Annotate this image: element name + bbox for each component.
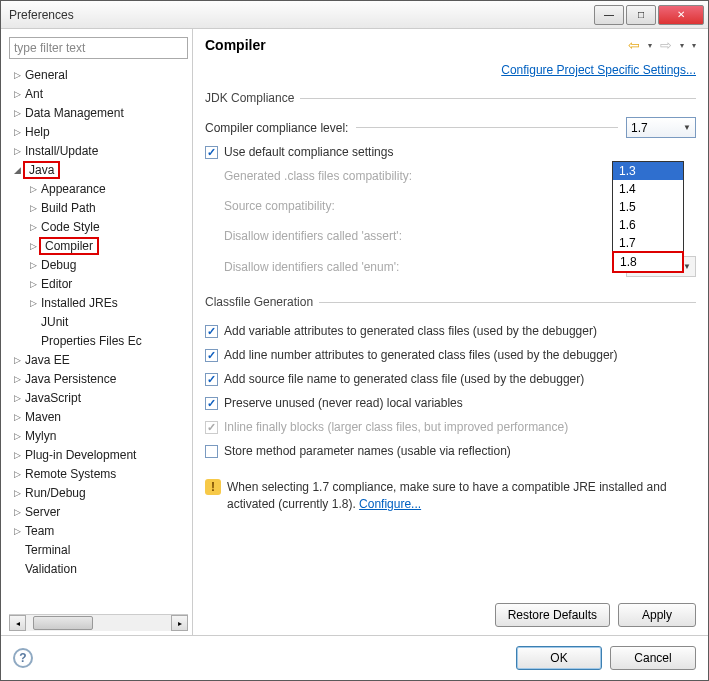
expand-arrow-icon[interactable]: ▷ xyxy=(11,507,23,517)
back-menu-icon[interactable]: ▾ xyxy=(648,41,652,50)
classfile-legend: Classfile Generation xyxy=(205,295,319,309)
window-buttons: — □ ✕ xyxy=(592,5,704,25)
tree-item-remote-systems[interactable]: ▷Remote Systems xyxy=(9,464,188,483)
var-attr-checkbox[interactable] xyxy=(205,325,218,338)
expand-arrow-icon[interactable]: ▷ xyxy=(11,450,23,460)
tree-item-javascript[interactable]: ▷JavaScript xyxy=(9,388,188,407)
tree-item-java[interactable]: ◢Java xyxy=(9,160,188,179)
inline-finally-checkbox xyxy=(205,421,218,434)
dropdown-option-1-6[interactable]: 1.6 xyxy=(613,216,683,234)
tree-item-label: Java Persistence xyxy=(23,372,116,386)
scroll-left-icon[interactable]: ◂ xyxy=(9,615,26,631)
horizontal-scrollbar[interactable]: ◂ ▸ xyxy=(9,614,188,631)
tree-item-label: Properties Files Ec xyxy=(39,334,142,348)
ok-button[interactable]: OK xyxy=(516,646,602,670)
tree-item-appearance[interactable]: ▷Appearance xyxy=(9,179,188,198)
tree-item-java-ee[interactable]: ▷Java EE xyxy=(9,350,188,369)
expand-arrow-icon[interactable]: ▷ xyxy=(11,108,23,118)
expand-arrow-icon[interactable]: ▷ xyxy=(27,184,39,194)
expand-arrow-icon[interactable]: ▷ xyxy=(11,374,23,384)
tree-item-maven[interactable]: ▷Maven xyxy=(9,407,188,426)
use-default-row: Use default compliance settings xyxy=(205,142,696,162)
scroll-thumb[interactable] xyxy=(33,616,93,630)
tree-item-debug[interactable]: ▷Debug xyxy=(9,255,188,274)
store-params-checkbox[interactable] xyxy=(205,445,218,458)
expand-arrow-icon[interactable]: ▷ xyxy=(11,70,23,80)
tree-item-mylyn[interactable]: ▷Mylyn xyxy=(9,426,188,445)
tree-item-ant[interactable]: ▷Ant xyxy=(9,84,188,103)
expand-arrow-icon[interactable]: ▷ xyxy=(11,393,23,403)
expand-arrow-icon[interactable]: ▷ xyxy=(11,526,23,536)
expand-arrow-icon[interactable]: ▷ xyxy=(27,203,39,213)
expand-arrow-icon[interactable]: ▷ xyxy=(11,469,23,479)
tree-item-team[interactable]: ▷Team xyxy=(9,521,188,540)
warning-icon xyxy=(205,479,221,495)
tree-item-data-management[interactable]: ▷Data Management xyxy=(9,103,188,122)
expand-arrow-icon[interactable]: ▷ xyxy=(11,355,23,365)
help-icon[interactable]: ? xyxy=(13,648,33,668)
expand-arrow-icon[interactable]: ▷ xyxy=(11,488,23,498)
expand-arrow-icon[interactable]: ▷ xyxy=(11,412,23,422)
tree-item-validation[interactable]: Validation xyxy=(9,559,188,578)
apply-button[interactable]: Apply xyxy=(618,603,696,627)
compliance-dropdown-list[interactable]: 1.31.41.51.61.71.8 xyxy=(612,161,684,273)
configure-link[interactable]: Configure... xyxy=(359,497,421,511)
tree-item-installed-jres[interactable]: ▷Installed JREs xyxy=(9,293,188,312)
maximize-button[interactable]: □ xyxy=(626,5,656,25)
filter-input[interactable]: type filter text xyxy=(9,37,188,59)
tree-item-junit[interactable]: JUnit xyxy=(9,312,188,331)
expand-arrow-icon[interactable]: ▷ xyxy=(27,279,39,289)
minimize-button[interactable]: — xyxy=(594,5,624,25)
tree-item-label: Help xyxy=(23,125,50,139)
tree-item-server[interactable]: ▷Server xyxy=(9,502,188,521)
tree-item-general[interactable]: ▷General xyxy=(9,65,188,84)
close-button[interactable]: ✕ xyxy=(658,5,704,25)
back-arrow-icon[interactable]: ⇦ xyxy=(628,37,640,53)
tree-item-label: Build Path xyxy=(39,201,96,215)
expand-arrow-icon[interactable]: ▷ xyxy=(11,146,23,156)
chevron-down-icon: ▼ xyxy=(683,262,691,271)
scroll-right-icon[interactable]: ▸ xyxy=(171,615,188,631)
line-attr-checkbox[interactable] xyxy=(205,349,218,362)
cancel-button[interactable]: Cancel xyxy=(610,646,696,670)
expand-arrow-icon[interactable]: ▷ xyxy=(11,431,23,441)
tree-item-run-debug[interactable]: ▷Run/Debug xyxy=(9,483,188,502)
use-default-checkbox[interactable] xyxy=(205,146,218,159)
project-settings-link[interactable]: Configure Project Specific Settings... xyxy=(501,63,696,77)
inline-finally-label: Inline finally blocks (larger class file… xyxy=(224,420,568,434)
expand-arrow-icon[interactable]: ▷ xyxy=(27,222,39,232)
tree-item-plug-in-development[interactable]: ▷Plug-in Development xyxy=(9,445,188,464)
tree-item-label: Java xyxy=(23,161,60,179)
preference-tree[interactable]: ▷General▷Ant▷Data Management▷Help▷Instal… xyxy=(9,65,188,614)
expand-arrow-icon[interactable]: ▷ xyxy=(27,241,39,251)
tree-item-code-style[interactable]: ▷Code Style xyxy=(9,217,188,236)
expand-arrow-icon[interactable]: ▷ xyxy=(27,298,39,308)
compliance-level-combo[interactable]: 1.7 ▼ xyxy=(626,117,696,138)
tree-item-help[interactable]: ▷Help xyxy=(9,122,188,141)
dropdown-option-1-7[interactable]: 1.7 xyxy=(613,234,683,252)
tree-item-compiler[interactable]: ▷Compiler xyxy=(9,236,188,255)
tree-item-label: General xyxy=(23,68,68,82)
expand-arrow-icon[interactable]: ▷ xyxy=(27,260,39,270)
tree-item-build-path[interactable]: ▷Build Path xyxy=(9,198,188,217)
expand-arrow-icon[interactable]: ◢ xyxy=(11,165,23,175)
dropdown-option-1-4[interactable]: 1.4 xyxy=(613,180,683,198)
dropdown-option-1-3[interactable]: 1.3 xyxy=(613,162,683,180)
forward-arrow-icon[interactable]: ⇨ xyxy=(660,37,672,53)
dropdown-option-1-8[interactable]: 1.8 xyxy=(612,251,684,273)
expand-arrow-icon[interactable]: ▷ xyxy=(11,89,23,99)
tree-item-editor[interactable]: ▷Editor xyxy=(9,274,188,293)
dropdown-option-1-5[interactable]: 1.5 xyxy=(613,198,683,216)
tree-item-properties-files-ec[interactable]: Properties Files Ec xyxy=(9,331,188,350)
preserve-unused-checkbox[interactable] xyxy=(205,397,218,410)
tree-item-install-update[interactable]: ▷Install/Update xyxy=(9,141,188,160)
tree-item-terminal[interactable]: Terminal xyxy=(9,540,188,559)
divider xyxy=(356,127,618,128)
view-menu-icon[interactable]: ▾ xyxy=(692,41,696,50)
restore-defaults-button[interactable]: Restore Defaults xyxy=(495,603,610,627)
expand-arrow-icon[interactable]: ▷ xyxy=(11,127,23,137)
forward-menu-icon[interactable]: ▾ xyxy=(680,41,684,50)
src-file-checkbox[interactable] xyxy=(205,373,218,386)
warning-text: When selecting 1.7 compliance, make sure… xyxy=(227,479,696,513)
tree-item-java-persistence[interactable]: ▷Java Persistence xyxy=(9,369,188,388)
